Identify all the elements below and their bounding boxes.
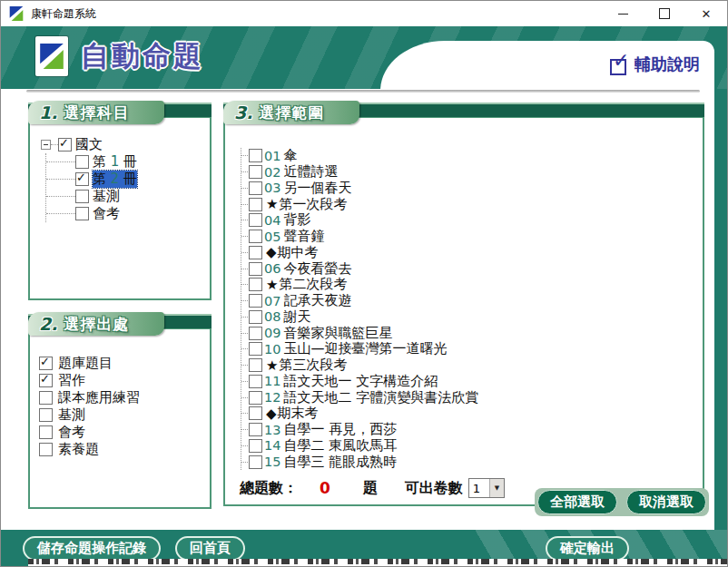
range-item-label: 期末考	[278, 405, 319, 422]
subject-tree-children: 第 1 冊 第 2 冊 基測 會考	[45, 153, 210, 222]
home-button[interactable]: 回首頁	[175, 536, 245, 561]
source-list-panel: 題庫題目 習作 課本應用練習 基測 會考 素養題	[28, 327, 212, 509]
checkbox[interactable]	[249, 327, 262, 340]
checkbox[interactable]	[249, 246, 262, 259]
range-item-label: 今夜看螢去	[283, 260, 351, 278]
checkbox[interactable]	[39, 391, 53, 405]
checkbox[interactable]	[249, 358, 262, 372]
checkbox[interactable]	[39, 425, 53, 439]
range-item[interactable]: 04 背影	[241, 212, 703, 229]
tree-item[interactable]: 第 2 冊	[46, 171, 210, 188]
checkbox[interactable]	[249, 439, 262, 453]
deselect-all-button[interactable]: 取消選取	[626, 490, 706, 514]
range-item[interactable]: 15 自學三 龍眼成熟時	[241, 454, 703, 470]
checkbox[interactable]	[75, 190, 89, 203]
range-item[interactable]: ★ 第三次段考	[241, 357, 703, 374]
right-edge	[714, 89, 727, 530]
range-item[interactable]: ★ 第一次段考	[241, 196, 703, 212]
maximize-button[interactable]	[644, 1, 685, 26]
tree-item-root[interactable]: 國文	[41, 136, 210, 153]
checkbox[interactable]	[39, 374, 53, 387]
panel-range: 3. 選擇範圍 01 傘 02 近體詩選 03 另一個春天 ★ 第一次段考 04	[223, 101, 704, 506]
checkbox[interactable]	[249, 294, 262, 308]
checkbox[interactable]	[39, 408, 53, 422]
source-item[interactable]: 課本應用練習	[39, 389, 210, 406]
range-item[interactable]: 10 玉山—迎接臺灣第一道曙光	[241, 341, 703, 357]
checkbox[interactable]	[39, 443, 53, 456]
range-item-mark: ★	[266, 277, 278, 293]
checkbox[interactable]	[249, 165, 262, 179]
range-item[interactable]: 12 語文天地二 字體演變與書法欣賞	[241, 389, 703, 406]
checkbox[interactable]	[249, 213, 262, 227]
range-item[interactable]: 03 另一個春天	[241, 181, 703, 197]
titlebar: 康軒命題系統 ✕	[1, 1, 727, 26]
save-record-button[interactable]: 儲存命題操作記錄	[23, 536, 161, 561]
checkbox[interactable]	[75, 207, 89, 220]
checkbox[interactable]	[75, 155, 89, 169]
range-item[interactable]: 11 語文天地一 文字構造介紹	[241, 374, 703, 390]
checkbox[interactable]	[249, 198, 262, 211]
app-logo-icon	[9, 5, 24, 22]
source-item[interactable]: 習作	[39, 372, 210, 389]
range-item-label: 記承天夜遊	[283, 292, 351, 309]
papers-count-value: 1	[469, 482, 489, 495]
range-item-label: 謝天	[283, 308, 310, 326]
range-item-label: 自學三 龍眼成熟時	[283, 454, 397, 471]
range-item-number: 07	[264, 294, 280, 308]
range-item-label: 自學一 再見，西莎	[283, 421, 397, 438]
range-item[interactable]: ★ 第二次段考	[241, 277, 703, 293]
help-link[interactable]: ✓ 輔助說明	[610, 54, 700, 75]
tree-item[interactable]: 會考	[46, 205, 210, 222]
select-all-button[interactable]: 全部選取	[537, 490, 617, 514]
page-title: 自動命題	[81, 37, 204, 75]
checkbox[interactable]	[249, 310, 262, 324]
range-item[interactable]: 01 傘	[241, 148, 703, 164]
combo-dropdown-button[interactable]: ▼	[489, 479, 504, 497]
checkbox[interactable]	[249, 262, 262, 276]
subject-tree: 國文 第 1 冊 第 2 冊 基測 會考	[41, 136, 210, 222]
checkbox[interactable]	[58, 138, 72, 152]
source-item[interactable]: 素養題	[39, 441, 210, 458]
range-item[interactable]: 07 記承天夜遊	[241, 293, 703, 309]
ticker-strip	[28, 559, 727, 566]
checkbox[interactable]	[249, 342, 262, 356]
range-item-number: 06	[264, 261, 280, 276]
tree-item[interactable]: 第 1 冊	[46, 153, 210, 171]
range-item[interactable]: 05 聲音鐘	[241, 229, 703, 245]
checkbox[interactable]	[75, 172, 89, 186]
minimize-button[interactable]	[602, 1, 644, 26]
range-item[interactable]: 13 自學一 再見，西莎	[241, 422, 703, 438]
selection-button-strip: 全部選取 取消選取	[535, 488, 709, 516]
checkbox[interactable]	[249, 149, 262, 162]
range-item[interactable]: 08 謝天	[241, 309, 703, 326]
collapse-icon[interactable]	[41, 140, 51, 150]
checkbox[interactable]	[249, 278, 262, 291]
range-item[interactable]: 14 自學二 東風吹馬耳	[241, 438, 703, 455]
close-button[interactable]: ✕	[685, 1, 727, 26]
range-item[interactable]: 02 近體詩選	[241, 164, 703, 181]
checkbox[interactable]	[249, 455, 262, 469]
range-list-panel: 01 傘 02 近體詩選 03 另一個春天 ★ 第一次段考 04 背影 05 聲…	[223, 116, 704, 506]
checkbox[interactable]	[39, 357, 53, 370]
main-content: 1. 選擇科目 國文 第 1 冊 第 2 冊	[1, 89, 716, 530]
checkbox[interactable]	[249, 391, 262, 405]
papers-count-select[interactable]: 1 ▼	[468, 478, 505, 498]
totals-row: 總題數： 0 題 可出卷數 1 ▼	[240, 478, 505, 498]
checkbox[interactable]	[249, 423, 262, 436]
tree-item[interactable]: 基測	[46, 188, 210, 205]
checkbox[interactable]	[249, 181, 262, 195]
source-item[interactable]: 題庫題目	[39, 355, 210, 372]
range-item-number: 10	[264, 342, 280, 357]
confirm-output-button[interactable]: 確定輸出	[546, 536, 629, 561]
source-item[interactable]: 會考	[39, 424, 210, 441]
range-item[interactable]: 09 音樂家與職籃巨星	[241, 325, 703, 341]
source-item[interactable]: 基測	[39, 406, 210, 424]
checkbox[interactable]	[249, 375, 262, 388]
tree-item-label: 會考	[93, 205, 120, 222]
range-item[interactable]: 06 今夜看螢去	[241, 260, 703, 277]
range-item[interactable]: ◆ 期中考	[241, 245, 703, 261]
close-icon: ✕	[702, 7, 712, 21]
range-item[interactable]: ◆ 期末考	[241, 406, 703, 422]
checkbox[interactable]	[249, 406, 262, 420]
checkbox[interactable]	[249, 230, 262, 243]
